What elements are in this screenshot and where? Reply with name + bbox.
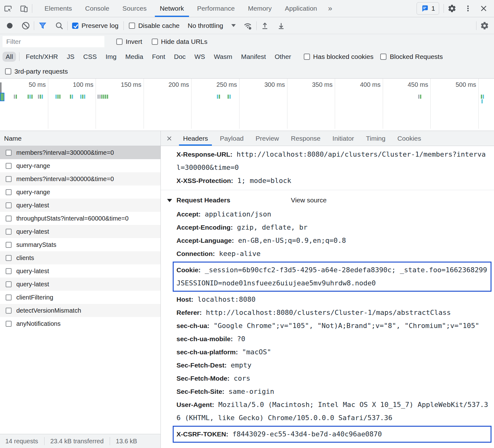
request-row[interactable]: summaryStats	[0, 238, 160, 251]
request-checkbox[interactable]	[6, 242, 12, 248]
request-row[interactable]: detectVersionMismatch	[0, 304, 160, 317]
disable-cache-checkbox[interactable]	[129, 23, 135, 29]
request-row[interactable]: query-range	[0, 159, 160, 172]
blocked-requests-checkbox[interactable]	[380, 54, 386, 60]
has-blocked-cookies-checkbox[interactable]	[304, 54, 310, 60]
overview-gridline	[478, 79, 479, 129]
detail-tab-response[interactable]: Response	[285, 131, 327, 146]
overview-gridline	[96, 79, 96, 129]
more-tabs-chevron[interactable]: »	[323, 4, 336, 13]
import-har-button[interactable]	[257, 17, 273, 34]
request-checkbox[interactable]	[6, 255, 12, 261]
tab-elements[interactable]: Elements	[38, 0, 79, 17]
type-filter-ws[interactable]: WS	[191, 52, 208, 62]
type-filter-other[interactable]: Other	[271, 52, 294, 62]
detail-tab-initiator[interactable]: Initiator	[327, 131, 360, 146]
tab-console[interactable]: Console	[79, 0, 116, 17]
header-value: cors	[229, 374, 250, 382]
request-row[interactable]: query-latest	[0, 199, 160, 212]
name-column-header[interactable]: Name	[0, 131, 160, 146]
request-checkbox[interactable]	[6, 281, 12, 287]
type-filter-img[interactable]: Img	[102, 52, 120, 62]
header-line: Cookie: _session=6b90cfc2-f3d5-4295-a64e…	[176, 263, 488, 277]
search-button[interactable]	[51, 17, 67, 34]
close-details-button[interactable]	[161, 131, 177, 146]
hide-data-urls-checkbox[interactable]	[152, 39, 158, 45]
overview-tick-label: 50 ms	[29, 81, 46, 88]
header-line: 6 (KHTML, like Gecko) Chrome/105.0.0.0 S…	[176, 411, 491, 425]
header-value: "macOS"	[238, 348, 271, 356]
type-filter-js[interactable]: JS	[64, 52, 78, 62]
export-har-button[interactable]	[273, 17, 289, 34]
request-checkbox[interactable]	[6, 268, 12, 274]
inspect-element-button[interactable]	[0, 0, 16, 17]
header-line: Referer: http://localhost:8080/clusters/…	[176, 306, 491, 319]
invert-checkbox[interactable]	[116, 39, 123, 45]
section-title[interactable]: Request Headers	[176, 196, 230, 204]
request-name: throughputStats?interval=60000&time=0	[16, 215, 129, 222]
request-checkbox[interactable]	[6, 216, 12, 221]
filter-toggle-button[interactable]	[34, 17, 51, 34]
settings-button[interactable]	[444, 0, 460, 17]
view-source-link[interactable]: View source	[291, 193, 327, 208]
tab-sources[interactable]: Sources	[116, 0, 153, 17]
throttling-dropdown[interactable]: No throttling	[188, 22, 236, 29]
detail-tab-payload[interactable]: Payload	[214, 131, 250, 146]
header-line: User-Agent: Mozilla/5.0 (Macintosh; Inte…	[176, 398, 491, 411]
request-checkbox[interactable]	[6, 308, 12, 314]
issues-button[interactable]: 1	[417, 2, 439, 15]
request-row[interactable]: clientFiltering	[0, 291, 160, 304]
header-line: X-XSS-Protection: 1; mode=block	[176, 174, 491, 187]
request-row[interactable]: query-range	[0, 185, 160, 199]
record-network-log-button[interactable]	[7, 23, 13, 29]
request-checkbox[interactable]	[6, 176, 12, 182]
request-row[interactable]: clients	[0, 251, 160, 264]
request-headers-list: Accept: application/jsonAccept-Encoding:…	[161, 208, 494, 443]
detail-tab-headers[interactable]: Headers	[177, 131, 214, 146]
kebab-menu-button[interactable]	[460, 0, 476, 17]
request-row[interactable]: throughputStats?interval=60000&time=0	[0, 212, 160, 225]
clear-network-log-button[interactable]	[18, 17, 34, 34]
request-checkbox[interactable]	[6, 294, 12, 300]
request-checkbox[interactable]	[6, 321, 12, 327]
type-filter-all[interactable]: All	[3, 52, 16, 62]
headers-pane: X-Response-URL: http://localhost:8080/ap…	[161, 146, 494, 448]
request-row[interactable]: query-latest	[0, 264, 160, 278]
request-checkbox[interactable]	[6, 229, 12, 235]
device-toolbar-button[interactable]	[16, 0, 32, 17]
request-row[interactable]: anyNotifications	[0, 317, 160, 330]
network-overview-timeline[interactable]: 50 ms100 ms150 ms200 ms250 ms300 ms350 m…	[0, 79, 494, 131]
close-devtools-button[interactable]	[476, 0, 491, 17]
network-settings-button[interactable]	[476, 17, 494, 34]
network-conditions-button[interactable]	[239, 17, 256, 34]
preserve-log-checkbox[interactable]	[72, 23, 78, 29]
request-checkbox[interactable]	[6, 202, 12, 208]
tab-performance[interactable]: Performance	[191, 0, 241, 17]
detail-tab-preview[interactable]: Preview	[250, 131, 285, 146]
request-row[interactable]: members?interval=300000&time=0	[0, 172, 160, 185]
type-filter-wasm[interactable]: Wasm	[211, 52, 235, 62]
third-party-checkbox[interactable]	[5, 68, 11, 75]
type-filter-media[interactable]: Media	[122, 52, 146, 62]
detail-tab-cookies[interactable]: Cookies	[392, 131, 427, 146]
collapse-caret-icon[interactable]	[167, 199, 172, 202]
type-filter-fetch-xhr[interactable]: Fetch/XHR	[23, 52, 61, 62]
tab-application[interactable]: Application	[278, 0, 324, 17]
request-row[interactable]: query-latest	[0, 278, 160, 291]
request-row[interactable]: query-latest	[0, 225, 160, 238]
type-filter-doc[interactable]: Doc	[171, 52, 189, 62]
tab-memory[interactable]: Memory	[241, 0, 278, 17]
type-filter-font[interactable]: Font	[149, 52, 168, 62]
request-checkbox[interactable]	[6, 189, 12, 195]
request-checkbox[interactable]	[6, 163, 12, 169]
detail-tab-timing[interactable]: Timing	[360, 131, 391, 146]
type-filter-css[interactable]: CSS	[80, 52, 100, 62]
tab-network[interactable]: Network	[153, 0, 191, 17]
request-headers-section: Request Headers View source	[161, 193, 494, 208]
header-name: User-Agent:	[176, 401, 214, 408]
request-row[interactable]: members?interval=300000&time=0	[0, 146, 160, 159]
request-checkbox[interactable]	[6, 150, 12, 156]
type-filter-manifest[interactable]: Manifest	[238, 52, 269, 62]
request-list: members?interval=300000&time=0query-rang…	[0, 146, 160, 330]
filter-input[interactable]	[3, 36, 104, 47]
